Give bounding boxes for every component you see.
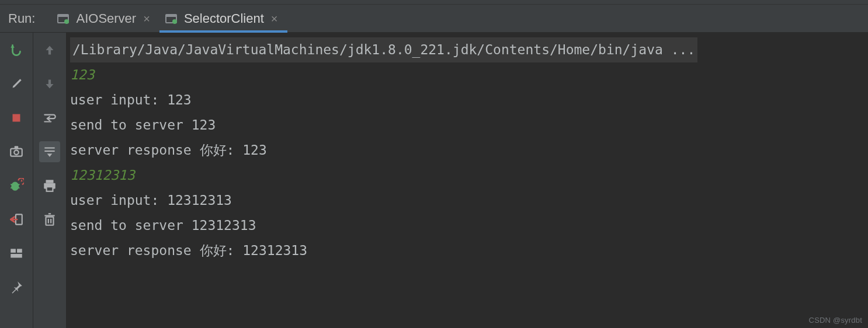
up-button[interactable]: [39, 40, 60, 61]
console-line: /Library/Java/JavaVirtualMachines/jdk1.8…: [70, 37, 864, 62]
console-line: server response 你好: 12312313: [70, 238, 864, 263]
svg-rect-16: [11, 249, 16, 253]
app-icon: [57, 13, 70, 24]
console-toolbar: [33, 33, 67, 328]
svg-rect-1: [58, 15, 68, 17]
dump-threads-button[interactable]: [6, 141, 27, 162]
svg-line-13: [18, 184, 19, 185]
close-icon[interactable]: ×: [270, 13, 279, 25]
svg-point-2: [64, 19, 69, 24]
console-line: send to server 123: [70, 113, 864, 138]
svg-rect-9: [15, 146, 19, 148]
svg-point-10: [11, 182, 19, 191]
close-icon[interactable]: ×: [142, 13, 151, 25]
print-button[interactable]: [39, 175, 60, 196]
run-label: Run:: [8, 11, 35, 26]
console-line: 12312313: [70, 163, 864, 188]
svg-line-14: [18, 187, 19, 188]
console-line: send to server 12312313: [70, 213, 864, 238]
svg-line-11: [11, 184, 12, 185]
console-line: user input: 12312313: [70, 188, 864, 213]
svg-rect-4: [166, 15, 176, 17]
attach-debugger-button[interactable]: [6, 175, 27, 196]
run-toolbar-outer: [0, 33, 33, 328]
rerun-button[interactable]: [6, 40, 27, 61]
console-output[interactable]: /Library/Java/JavaVirtualMachines/jdk1.8…: [67, 33, 868, 328]
svg-rect-25: [46, 217, 54, 225]
watermark: CSDN @syrdbt: [809, 316, 862, 324]
svg-rect-6: [13, 114, 20, 122]
tab-selectorclient[interactable]: SelectorClient ×: [159, 5, 287, 33]
svg-rect-17: [17, 249, 22, 253]
tab-aioserver[interactable]: AIOServer ×: [51, 5, 159, 33]
stop-button[interactable]: [6, 107, 27, 128]
console-line: user input: 123: [70, 88, 864, 113]
pin-button[interactable]: [6, 277, 27, 298]
svg-rect-22: [46, 180, 54, 183]
svg-rect-18: [11, 254, 22, 258]
console-line: 123: [70, 62, 864, 88]
exit-button[interactable]: [6, 209, 27, 230]
down-button[interactable]: [39, 74, 60, 95]
clear-button[interactable]: [39, 209, 60, 230]
layout-button[interactable]: [6, 243, 27, 264]
console-line: server response 你好: 123: [70, 138, 864, 163]
tab-label: AIOServer: [76, 11, 136, 26]
run-body: /Library/Java/JavaVirtualMachines/jdk1.8…: [0, 33, 868, 328]
soft-wrap-button[interactable]: [39, 107, 60, 128]
edit-config-button[interactable]: [6, 74, 27, 95]
svg-rect-24: [47, 187, 53, 191]
svg-point-8: [14, 150, 19, 155]
scroll-to-end-button[interactable]: [39, 141, 60, 162]
svg-line-12: [11, 187, 12, 188]
run-tool-header: Run: AIOServer × SelectorClient ×: [0, 5, 868, 33]
svg-point-5: [172, 19, 177, 24]
tab-label: SelectorClient: [184, 11, 264, 26]
app-icon: [165, 13, 178, 24]
